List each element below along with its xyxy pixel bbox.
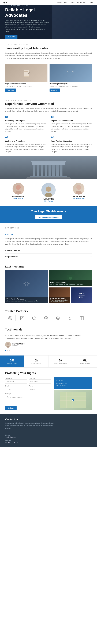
svg-rect-17 [49,165,51,176]
team-section: CELIA ALMEIDA Office Manager JACK ALVARE… [0,179,97,206]
meeting-title-1: Your Justice Partners [6,298,46,300]
partner-logo-6 [65,315,75,322]
partner-logo-3 [29,315,39,322]
image-card-1: Legal Excellence Assured Sample text. Cl… [5,64,47,92]
advocates-description: Lorem ipsum dolor sit amet, consectetur … [5,107,92,112]
dot-1[interactable] [5,350,6,351]
message-group: Message [5,393,51,404]
meetings-section: Last meetings Your Justice Partners At v… [0,264,97,307]
svg-rect-15 [41,165,43,176]
free-consultation-button[interactable]: Get Your Free Consultation [35,215,62,220]
stats-section: 0% Satisfied Clients 0k Client Referrals… [0,355,97,368]
card2-button[interactable]: Read More [50,88,60,92]
testimonial-text: Lorem ipsum dolor sit amet, consectetur … [5,334,83,340]
testimonial-role: Manager [12,345,25,346]
svg-point-47 [7,343,9,345]
form-fields: First Name Last Name Email Phone [5,378,51,410]
svg-rect-14 [37,165,39,176]
meeting-text-2: At vero eos et accusam et justo duo dolo… [50,284,91,285]
avatar-nat [73,183,85,194]
testimonial-card: Lorem ipsum dolor sit amet, consectetur … [5,333,92,352]
partner-logo-5 [53,315,63,322]
lawyer-text-1: Lorem ipsum dolor sit amet, consectetur … [5,123,46,133]
contact-form-title: Protecting Your Rights [5,372,92,375]
meeting-text-3: At vero eos et accusam et justo duo dolo… [50,300,70,302]
testimonial-dots [5,350,92,351]
card2-title: Defending Your Rights [50,83,92,85]
svg-rect-19 [56,165,59,176]
svg-point-27 [76,185,81,190]
map-placeholder [54,390,92,410]
message-input[interactable] [5,395,51,404]
team-card-celia: CELIA ALMEIDA Office Manager [5,183,31,199]
lawyer-text-2: Lorem ipsum dolor sit amet, consectetur … [51,123,92,133]
nav-logo[interactable]: logo [2,1,7,4]
stat-label-4: Unique Qualities [75,363,95,364]
services-label: OUR SERVICES [5,227,92,229]
team-card-jack: JACK ALVAREZ Sales Manager [35,183,62,202]
courthouse-image [0,156,97,179]
service-criminal-defense: Criminal Defense ∨ [5,247,92,254]
svg-point-32 [69,276,72,280]
testimonials-title: Testimonials [5,328,92,331]
svg-point-56 [72,400,73,401]
service-corporate-header[interactable]: Corporate Law ∨ [5,254,92,260]
email-label: Email [5,385,27,387]
last-name-input[interactable] [29,380,51,384]
meeting-card-3a: Protecting Your Rights At vero eos et ac… [49,288,70,303]
nav-about[interactable]: About [64,2,69,3]
avatar-celia [12,183,24,194]
partner-icon-2 [20,316,24,320]
meetings-grid: Your Justice Partners At vero eos et acc… [5,270,92,303]
partner-icon-6 [68,316,72,320]
phone-input[interactable] [29,387,51,392]
svg-rect-16 [45,165,47,176]
services-section: OUR SERVICES Civil Law ∧ Lorem ipsum dol… [0,223,97,264]
hero-read-more-button[interactable]: Read More [5,35,17,38]
partner-icon-5 [56,316,60,320]
advocates-label: YOUR TRUSTED ADVOCATES [5,100,92,101]
email-input[interactable] [5,387,27,392]
stat-num-4: 0k [75,358,95,362]
nav-home[interactable]: Home [57,2,62,3]
lawyer-title-2: Legal Excellence Assured [51,120,92,122]
lawyer-text-4: Lorem ipsum dolor sit amet, consectetur … [51,143,92,153]
lawyer-title-4: Your Trusted Advocates [51,140,92,142]
stat-label-2: Client Referrals [26,363,46,364]
nav-pricing[interactable]: Pricing Plan [77,2,86,3]
lawyer-title-1: Defending Your Rights [5,120,46,122]
meeting-title-2: Expert Law Solutions [50,281,91,283]
submit-button[interactable]: Submit [5,406,16,410]
svg-point-25 [16,185,21,190]
dot-3[interactable] [9,350,10,351]
hero-label: JUSTICE AND PROTECTION [5,5,92,6]
meetings-title: Last meetings [5,265,92,268]
email-group: Email [5,385,27,392]
first-name-group: First Name [5,378,27,384]
partner-icon-4 [44,316,48,320]
nat-role: Accountant-auditor [73,198,85,199]
lawyer-item-3: 03 Justice and Protection Lorem ipsum do… [5,136,46,153]
shield-title: Your Legal Shields Awaits [5,210,92,213]
svg-marker-12 [31,161,66,165]
service-criminal-title: Criminal Defense [5,249,20,252]
service-civil-text: Lorem ipsum dolor sit amet, consectetur … [5,238,92,247]
svg-point-30 [27,284,30,286]
service-civil-header[interactable]: Civil Law ∧ [5,231,92,238]
first-name-input[interactable] [5,380,27,384]
svg-rect-0 [24,70,29,76]
email-contact-value: info@site.com [5,436,92,438]
card1-button[interactable]: Read More [5,88,16,92]
dot-2[interactable] [7,350,8,351]
service-criminal-header[interactable]: Criminal Defense ∨ [5,247,92,253]
nav-faq[interactable]: FAQ [71,2,75,3]
service-corporate-title: Corporate Law [5,256,18,258]
meeting-title-3: Protecting Your Rights [50,298,70,299]
nav-contact[interactable]: Contact [89,2,95,3]
hero-section: JUSTICE AND PROTECTION Reliable Legal Ad… [0,5,97,38]
lawyer-text-3: Lorem ipsum dolor sit amet, consectetur … [5,143,46,153]
service-civil-law: Civil Law ∧ Lorem ipsum dolor sit amet, … [5,231,92,247]
justice-icon [67,68,75,77]
lawyer-num-3: 03 [5,136,46,139]
partner-logo-4 [41,315,51,322]
